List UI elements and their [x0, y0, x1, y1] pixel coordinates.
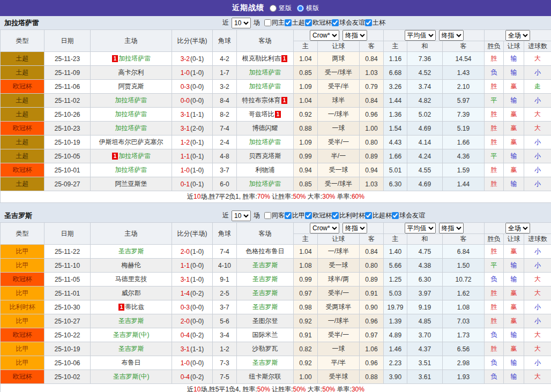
match-date: 25-11-01 — [44, 287, 91, 300]
result-goals: 小 — [524, 163, 551, 177]
avg-away: 2.10 — [443, 80, 485, 94]
home-odds: 0.92 — [294, 108, 318, 122]
bookmaker-select[interactable]: Crow* — [310, 30, 339, 41]
away-odds: 0.91 — [360, 287, 384, 300]
horizontal-radio[interactable] — [297, 5, 304, 12]
league-checkbox-label[interactable]: 欧冠杯 — [305, 18, 332, 27]
home-team: 1加拉塔萨雷 — [91, 149, 172, 163]
fulltime-score: 0-4 — [181, 373, 190, 381]
result-win-draw-loss: 负 — [485, 356, 504, 370]
home-team-name: 梅赫伦 — [122, 261, 141, 269]
result-goals: 大 — [524, 52, 551, 66]
corner-score: 3-4 — [213, 328, 237, 342]
away-odds: 0.96 — [360, 108, 384, 122]
home-odds: 1.04 — [294, 52, 318, 66]
same-venue-checkbox-label[interactable]: 同客 — [264, 211, 285, 220]
sub-column-header: 和 — [407, 41, 443, 52]
league-checkbox-label[interactable]: 土超 — [285, 18, 305, 27]
avg-away: 10.72 — [443, 273, 485, 287]
games-count-select[interactable]: 10 — [232, 18, 251, 28]
score: 0-4(0-2) — [172, 370, 213, 384]
home-odds: 1.09 — [294, 135, 318, 149]
result-goals: 大 — [524, 370, 551, 384]
league-checkbox[interactable] — [285, 212, 292, 219]
result-win-draw-loss: 负 — [485, 66, 504, 80]
layout-option-vertical[interactable]: 竖版 — [270, 4, 292, 13]
result-win-draw-loss: 平 — [485, 259, 504, 273]
fulltime-score: 1-2 — [181, 139, 190, 146]
league-checkbox-label[interactable]: 比利时杯 — [332, 211, 365, 220]
home-team: 加拉塔萨雷 — [91, 163, 172, 177]
final-odds-select[interactable]: 终指 — [342, 223, 367, 233]
match-type: 比甲 — [1, 342, 44, 356]
fulltime-score: 3-1 — [181, 345, 190, 353]
team-section: 圣吉罗斯近10场同客比甲欧冠杯比利时杯比超杯球会友谊类型日期主场比分(半场)角球… — [0, 209, 551, 392]
league-checkbox[interactable] — [305, 19, 312, 26]
avg-away: 6.84 — [443, 245, 485, 259]
games-count-select[interactable]: 10 — [232, 210, 251, 221]
league-checkbox[interactable] — [332, 19, 339, 26]
result-handicap: 赢 — [504, 163, 524, 177]
league-checkbox[interactable] — [392, 212, 399, 219]
league-checkbox[interactable] — [285, 19, 292, 26]
home-team: 伊斯坦布尔巴萨克塞尔 — [91, 135, 172, 149]
column-header: 比分(半场) — [172, 223, 213, 245]
scope-select[interactable]: 全场 — [505, 223, 530, 233]
summary-segment: 大率: — [306, 193, 323, 200]
same-venue-checkbox[interactable] — [264, 19, 271, 26]
final-odds-select-2[interactable]: 终指 — [439, 30, 464, 41]
league-checkbox[interactable] — [305, 212, 312, 219]
final-odds-select[interactable]: 终指 — [342, 30, 367, 41]
handicap-line: 一/球半 — [318, 245, 360, 259]
avg-away: 7.03 — [443, 314, 485, 328]
away-team: 加拉塔萨雷 — [237, 66, 294, 80]
filter-controls: 近10场同主土超欧冠杯球会友谊土杯 — [221, 18, 385, 28]
league-checkbox-label[interactable]: 球会友谊 — [332, 18, 365, 27]
final-odds-select-2[interactable]: 终指 — [439, 223, 464, 233]
league-checkbox-label[interactable]: 欧冠杯 — [305, 211, 332, 220]
league-checkbox-label[interactable]: 球会友谊 — [392, 211, 425, 220]
match-type: 比甲 — [1, 259, 44, 273]
away-odds: 0.84 — [360, 52, 384, 66]
summary-segment: 大率: — [306, 386, 323, 392]
avg-away: 5.97 — [443, 94, 485, 108]
league-checkbox[interactable] — [332, 212, 339, 219]
games-label: 场 — [254, 18, 260, 27]
home-team: 布鲁日 — [91, 356, 172, 370]
sub-column-header: 客 — [443, 41, 485, 52]
same-venue-checkbox-label[interactable]: 同主 — [264, 18, 285, 27]
horizontal-radio-label: 横版 — [306, 4, 319, 13]
result-handicap: 赢 — [504, 122, 524, 135]
match-row: 土超25-10-051加拉塔萨雷1-1(0-1)4-8贝西克塔斯0.99半/一0… — [1, 149, 551, 163]
league-checkbox[interactable] — [365, 212, 372, 219]
rank-badge: 1 — [112, 153, 118, 160]
layout-option-horizontal[interactable]: 横版 — [297, 4, 319, 13]
halftime-score: (0-2) — [190, 373, 204, 381]
same-venue-checkbox[interactable] — [264, 212, 271, 219]
match-row: 欧冠杯25-10-23加拉塔萨雷3-1(2-0)7-4博德闪耀0.88一球1.0… — [1, 122, 551, 135]
vertical-radio[interactable] — [270, 5, 277, 12]
league-checkbox-label[interactable]: 比甲 — [285, 211, 305, 220]
home-odds: 0.99 — [294, 149, 318, 163]
halftime-score: (0-1) — [190, 153, 204, 160]
avg-home: 3.90 — [384, 370, 407, 384]
handicap-line: 受一球 — [318, 163, 360, 177]
league-checkbox[interactable] — [365, 19, 372, 26]
away-team: 国际米兰 — [237, 328, 294, 342]
average-select[interactable]: 平均值 — [405, 223, 436, 233]
home-team-name: 阿兰亚斯堡 — [115, 180, 147, 187]
average-select[interactable]: 平均值 — [405, 30, 436, 41]
scope-select[interactable]: 全场 — [505, 30, 530, 41]
league-label: 土杯 — [373, 18, 385, 27]
column-header: 角球 — [213, 223, 237, 245]
corner-score: 8-2 — [213, 108, 237, 122]
home-odds: 1.08 — [294, 259, 318, 273]
league-checkbox-label[interactable]: 土杯 — [365, 18, 385, 27]
home-odds: 0.85 — [294, 66, 318, 80]
away-team-name: 加拉塔萨雷 — [249, 138, 281, 146]
avg-home: 5.01 — [384, 163, 407, 177]
match-row: 土超25-11-02加拉塔萨雷0-0(0-0)8-4特拉布宗体育11.04球半0… — [1, 94, 551, 108]
bookmaker-select[interactable]: Crow* — [310, 223, 339, 233]
league-checkbox-label[interactable]: 比超杯 — [365, 211, 392, 220]
handicap-line: 一/球半 — [318, 108, 360, 122]
